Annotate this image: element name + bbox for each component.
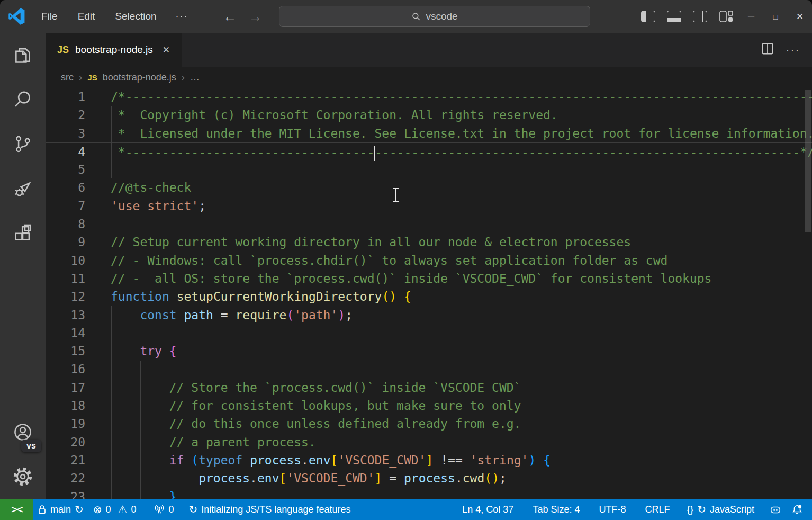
extensions-icon[interactable]: [0, 211, 46, 255]
split-editor-icon[interactable]: [761, 42, 774, 58]
code-text: if (typeof process.env['VSCODE_CWD'] !==…: [85, 451, 551, 469]
radio-tower-icon: [154, 504, 165, 515]
remote-indicator[interactable]: ><: [0, 499, 33, 520]
status-message: Initializing JS/TS language features: [201, 504, 350, 515]
code-text: function setupCurrentWorkingDirectory() …: [85, 288, 411, 306]
code-line[interactable]: 23 }: [46, 488, 812, 499]
code-line[interactable]: 20 // a parent process.: [46, 433, 812, 451]
code-text: process.env['VSCODE_CWD'] = process.cwd(…: [85, 469, 507, 487]
code-line[interactable]: 13 const path = require('path');: [46, 306, 812, 324]
line-number: 13: [46, 306, 85, 324]
vs-watermark-badge: vs: [21, 440, 41, 452]
line-number: 22: [46, 469, 85, 487]
code-line[interactable]: 10// - Windows: call `process.chdir()` t…: [46, 252, 812, 270]
menu-file[interactable]: File: [35, 7, 64, 25]
language-mode[interactable]: {} ↻ JavaScript: [682, 499, 759, 520]
command-center-search[interactable]: vscode: [279, 6, 590, 27]
menu-selection[interactable]: Selection: [109, 7, 163, 25]
js-file-icon: JS: [87, 73, 97, 82]
menu-edit[interactable]: Edit: [71, 7, 102, 25]
code-line[interactable]: 12function setupCurrentWorkingDirectory(…: [46, 288, 812, 306]
breadcrumb-file[interactable]: bootstrap-node.js: [103, 72, 176, 83]
branch-name: main: [50, 504, 71, 515]
breadcrumb-folder[interactable]: src: [61, 72, 74, 83]
code-text: //@ts-check: [85, 178, 191, 196]
code-line[interactable]: 1/*-------------------------------------…: [46, 88, 812, 106]
language-status-message[interactable]: ↻ Initializing JS/TS language features: [184, 499, 356, 520]
code-text: * Licensed under the MIT License. See Li…: [85, 124, 812, 142]
toggle-sidebar-icon[interactable]: [641, 11, 655, 22]
forward-button[interactable]: →: [249, 8, 263, 25]
copilot-status[interactable]: [764, 499, 787, 520]
tab-bootstrap-node[interactable]: JS bootstrap-node.js ✕: [46, 33, 182, 67]
code-line[interactable]: 19 // do this once unless defined alread…: [46, 415, 812, 433]
refresh-icon: ↻: [697, 504, 706, 515]
notifications[interactable]: [787, 499, 808, 520]
code-line[interactable]: 15 try {: [46, 342, 812, 360]
code-line[interactable]: 8: [46, 215, 812, 233]
vertical-scrollbar[interactable]: [805, 90, 811, 232]
code-line[interactable]: 5: [46, 160, 812, 178]
code-text: [85, 215, 111, 233]
code-text: // for consistent lookups, but make sure…: [85, 397, 521, 415]
code-text: // Setup current working directory in al…: [85, 233, 631, 251]
code-editor[interactable]: 1/*-------------------------------------…: [46, 88, 812, 499]
code-line[interactable]: 4 *-------------------------------------…: [46, 142, 812, 160]
minimize-button[interactable]: ─: [739, 0, 763, 33]
line-number: 21: [46, 451, 85, 469]
code-line[interactable]: 3 * Licensed under the MIT License. See …: [46, 124, 812, 142]
code-text: [85, 160, 111, 178]
code-line[interactable]: 16: [46, 360, 812, 378]
mouse-ibeam-cursor: [392, 187, 400, 202]
search-sidebar-icon[interactable]: [0, 77, 46, 122]
line-number: 5: [46, 160, 85, 178]
error-icon: ⊗: [93, 504, 102, 515]
encoding-setting[interactable]: UTF-8: [594, 499, 630, 520]
line-number: 23: [46, 488, 85, 499]
code-line[interactable]: 21 if (typeof process.env['VSCODE_CWD'] …: [46, 451, 812, 469]
breadcrumb-symbol-more[interactable]: …: [190, 72, 200, 83]
vscode-logo-icon: [8, 8, 25, 25]
line-number: 18: [46, 397, 85, 415]
code-text: // - all OS: store the `process.cwd()` i…: [85, 270, 711, 288]
source-control-icon[interactable]: [0, 122, 46, 166]
line-number: 6: [46, 178, 85, 196]
error-count: 0: [106, 504, 111, 515]
line-number: 8: [46, 215, 85, 233]
settings-gear-icon[interactable]: [0, 454, 46, 499]
more-actions-icon[interactable]: ···: [786, 44, 800, 56]
chevron-right-icon: ›: [79, 71, 82, 83]
code-line[interactable]: 11// - all OS: store the `process.cwd()`…: [46, 270, 812, 288]
menu-overflow-button[interactable]: ···: [170, 8, 194, 25]
toggle-secondary-sidebar-icon[interactable]: [693, 11, 707, 22]
code-line[interactable]: 2 * Copyright (c) Microsoft Corporation.…: [46, 106, 812, 124]
code-line[interactable]: 17 // Store the `process.cwd()` inside `…: [46, 379, 812, 397]
code-line[interactable]: 18 // for consistent lookups, but make s…: [46, 397, 812, 415]
eol-setting[interactable]: CRLF: [640, 499, 674, 520]
code-text: /*--------------------------------------…: [85, 88, 812, 106]
run-debug-icon[interactable]: [0, 166, 46, 211]
code-line[interactable]: 7'use strict';: [46, 197, 812, 215]
problems-indicator[interactable]: ⊗ 0 ⚠ 0: [88, 499, 141, 520]
code-text: *---------------------------------------…: [85, 143, 812, 160]
ports-count: 0: [169, 504, 174, 515]
code-line[interactable]: 6//@ts-check: [46, 178, 812, 196]
indentation-setting[interactable]: Tab Size: 4: [528, 499, 584, 520]
code-line[interactable]: 14: [46, 324, 812, 342]
braces-icon: {}: [687, 504, 693, 515]
maximize-button[interactable]: □: [763, 0, 788, 33]
close-button[interactable]: ✕: [788, 0, 812, 33]
explorer-icon[interactable]: [0, 33, 46, 77]
toggle-panel-icon[interactable]: [667, 11, 681, 22]
code-line[interactable]: 9// Setup current working directory in a…: [46, 233, 812, 251]
cursor-position[interactable]: Ln 4, Col 37: [457, 499, 518, 520]
customize-layout-icon[interactable]: [719, 10, 733, 23]
branch-indicator[interactable]: main ↻: [33, 499, 88, 520]
back-button[interactable]: ←: [223, 8, 237, 25]
window-controls: ─ □ ✕: [635, 0, 812, 33]
line-number: 3: [46, 124, 85, 142]
ports-indicator[interactable]: 0: [149, 499, 179, 520]
tab-close-icon[interactable]: ✕: [159, 42, 173, 58]
code-line[interactable]: 22 process.env['VSCODE_CWD'] = process.c…: [46, 469, 812, 487]
line-number: 11: [46, 270, 85, 288]
